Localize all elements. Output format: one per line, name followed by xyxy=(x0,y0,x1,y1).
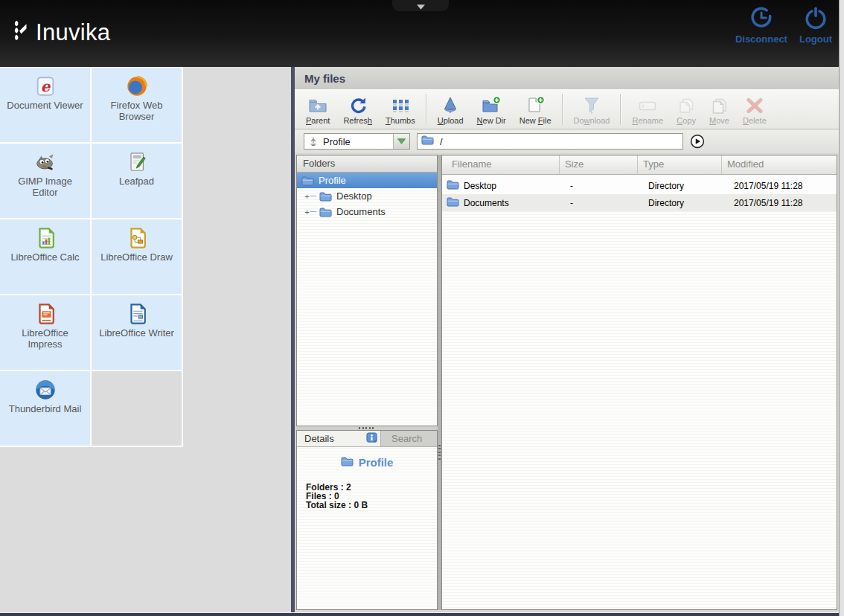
app-tile-label: GIMP Image Editor xyxy=(7,176,84,199)
empty-grid-cell xyxy=(92,371,182,446)
toolbar-separator xyxy=(620,94,621,125)
tree-item-label: Profile xyxy=(319,175,346,186)
details-stat: Total size : 0 B xyxy=(306,501,437,510)
app-tile-libreoffice-writer[interactable]: LibreOffice Writer xyxy=(92,295,182,370)
file-row-desktop[interactable]: Desktop-Directory2017/05/19 11:28 xyxy=(442,177,837,194)
path-input[interactable] xyxy=(438,135,682,148)
app-tile-label: LibreOffice Writer xyxy=(99,328,174,339)
leafpad-icon xyxy=(126,150,148,174)
lo-impress-icon xyxy=(34,302,57,326)
details-panel: DetailsSearch Profile Folders : 2Files :… xyxy=(296,430,438,610)
tree-connector xyxy=(310,211,316,212)
file-list-body: Desktop-Directory2017/05/19 11:28Documen… xyxy=(442,177,837,211)
rename-icon xyxy=(638,94,657,114)
toolbar-button-upload[interactable]: Upload xyxy=(431,90,470,129)
folder-icon xyxy=(301,176,314,186)
folder-icon xyxy=(319,191,332,202)
app-tile-libreoffice-impress[interactable]: LibreOffice Impress xyxy=(0,295,90,370)
app-tile-libreoffice-calc[interactable]: LibreOffice Calc xyxy=(0,219,90,294)
logout-button[interactable]: Logout xyxy=(799,6,832,45)
folders-panel-header: Folders xyxy=(297,155,437,173)
cell-size: - xyxy=(560,181,638,191)
app-tile-leafpad[interactable]: Leafpad xyxy=(92,144,182,218)
copy-icon xyxy=(677,94,696,114)
location-bar: Profile xyxy=(295,129,839,153)
cell-filename: Desktop xyxy=(442,179,560,192)
toolbar-button-delete: Delete xyxy=(736,90,773,129)
tree-item-documents[interactable]: +Documents xyxy=(297,204,437,219)
folder-icon xyxy=(447,179,459,192)
selected-item-name: Profile xyxy=(359,456,394,469)
app-tile-firefox-web-browser[interactable]: Firefox Web Browser xyxy=(92,68,182,142)
toolbar-separator xyxy=(426,94,427,125)
folder-icon xyxy=(341,456,354,469)
toolbar-button-parent[interactable]: Parent xyxy=(299,90,336,129)
logo-text: Inuvika xyxy=(36,19,110,46)
column-header-size[interactable]: Size xyxy=(560,155,638,174)
file-list-panel: FilenameSizeTypeModified Desktop-Directo… xyxy=(441,155,837,610)
app-tile-label: LibreOffice Calc xyxy=(10,252,79,263)
tab-search[interactable]: Search xyxy=(381,431,432,446)
lo-calc-icon xyxy=(34,226,57,250)
share-selector-value: Profile xyxy=(323,136,393,147)
tree-item-desktop[interactable]: +Desktop xyxy=(297,188,437,204)
new-dir-icon xyxy=(482,94,501,114)
app-tile-document-viewer[interactable]: eDocument Viewer xyxy=(0,68,90,142)
cell-filename: Documents xyxy=(442,196,560,209)
selected-item-heading: Profile xyxy=(297,456,437,469)
download-icon xyxy=(582,94,601,114)
file-name-label: Desktop xyxy=(464,181,496,191)
parent-icon xyxy=(308,94,327,114)
toolbar-button-thumbs[interactable]: Thumbs xyxy=(379,90,422,129)
toolbar-button-label: Parent xyxy=(306,116,330,125)
app-tile-label: Firefox Web Browser xyxy=(98,100,176,123)
panel-pull-tab[interactable] xyxy=(392,0,449,11)
gimp-icon xyxy=(34,150,57,174)
app-tile-thunderbird-mail[interactable]: Thunderbird Mail xyxy=(0,371,90,446)
app-tile-label: Document Viewer xyxy=(7,100,83,112)
toolbar-button-label: Move xyxy=(709,116,729,125)
expand-icon[interactable]: + xyxy=(304,208,310,216)
app-tile-gimp-image-editor[interactable]: GIMP Image Editor xyxy=(0,144,90,218)
tree-item-label: Desktop xyxy=(336,190,372,202)
app-tile-label: Thunderbird Mail xyxy=(9,404,82,415)
window-title: My files xyxy=(295,67,839,89)
toolbar-button-label: Delete xyxy=(743,116,767,125)
column-header-modified[interactable]: Modified xyxy=(722,155,837,174)
firefox-icon xyxy=(126,74,148,98)
app-tile-libreoffice-draw[interactable]: LibreOffice Draw xyxy=(92,219,182,294)
thunderbird-icon xyxy=(34,378,57,402)
tab-details[interactable]: Details xyxy=(297,431,381,446)
cell-modified: 2017/05/19 11:28 xyxy=(722,198,837,208)
folder-icon xyxy=(421,135,434,148)
tree-item-label: Documents xyxy=(336,206,386,217)
tree-item-profile[interactable]: Profile xyxy=(297,173,437,188)
file-name-label: Documents xyxy=(464,198,509,208)
app-logo: Inuvika xyxy=(10,19,110,46)
go-button[interactable] xyxy=(690,134,705,149)
new-file-icon xyxy=(525,94,545,114)
refresh-icon xyxy=(349,94,367,114)
toolbar-button-new-dir[interactable]: New Dir xyxy=(470,90,513,129)
tree-connector xyxy=(310,196,316,196)
folder-tree: Profile+Desktop+Documents xyxy=(297,173,437,219)
splitter-grip-icon xyxy=(359,427,375,429)
toolbar-button-label: New Dir xyxy=(477,116,506,125)
disconnect-icon xyxy=(749,6,773,33)
folder-icon xyxy=(447,196,459,209)
disconnect-button[interactable]: Disconnect xyxy=(735,6,787,45)
file-manager-window: My files ParentRefreshThumbsUploadNew Di… xyxy=(295,67,839,612)
toolbar-button-new-file[interactable]: New File xyxy=(513,90,558,129)
expand-icon[interactable]: + xyxy=(304,192,310,201)
file-list-header: FilenameSizeTypeModified xyxy=(442,155,837,175)
page-scrollbar[interactable] xyxy=(839,0,844,616)
toolbar-button-copy: Copy xyxy=(670,90,703,129)
toolbar-button-refresh[interactable]: Refresh xyxy=(336,90,379,129)
share-selector[interactable]: Profile xyxy=(304,133,410,150)
chevron-down-icon xyxy=(417,0,425,13)
column-header-filename[interactable]: Filename xyxy=(442,155,560,174)
column-header-type[interactable]: Type xyxy=(638,155,722,174)
file-row-documents[interactable]: Documents-Directory2017/05/19 11:28 xyxy=(442,194,837,211)
path-field xyxy=(417,133,683,150)
splitter-grip-icon xyxy=(438,445,441,461)
